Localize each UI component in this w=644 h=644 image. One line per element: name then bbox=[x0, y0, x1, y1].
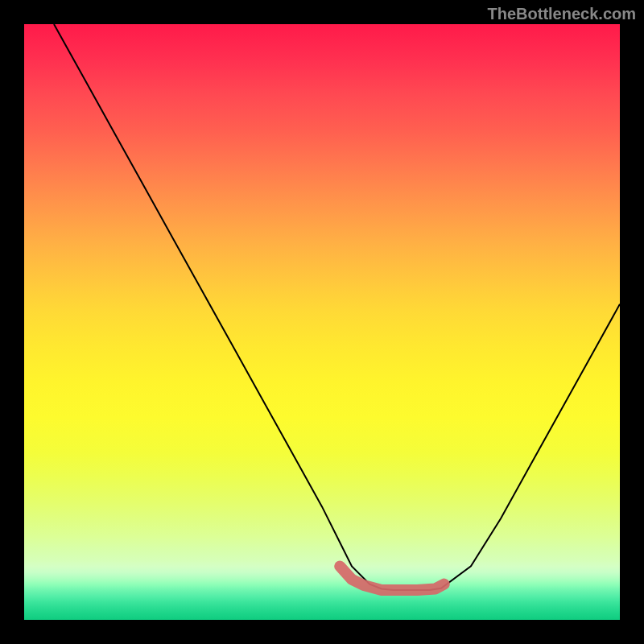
plot-area bbox=[24, 24, 620, 620]
chart-svg bbox=[24, 24, 620, 620]
bottleneck-curve bbox=[54, 24, 620, 590]
watermark-text: TheBottleneck.com bbox=[488, 5, 636, 23]
chart-container: TheBottleneck.com bbox=[0, 0, 644, 644]
